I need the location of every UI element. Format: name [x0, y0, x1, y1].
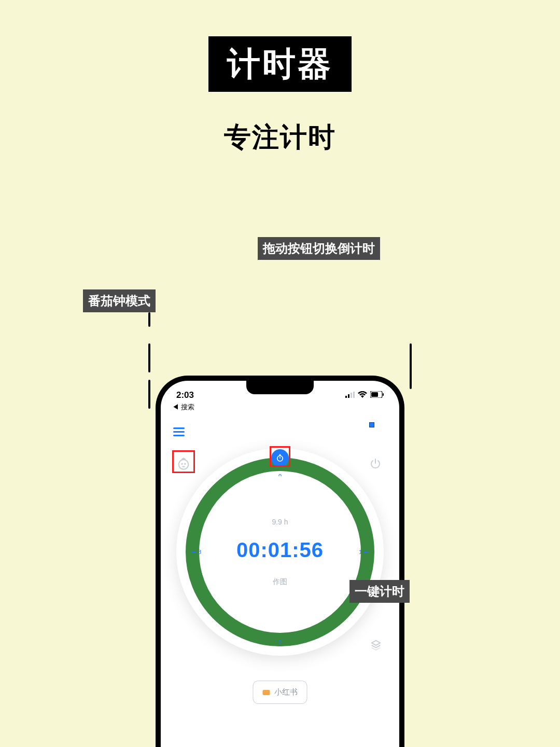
status-time: 2:03 [176, 390, 194, 400]
callout-quick-timer: 一键计时 [349, 580, 410, 603]
phone-frame: 2:03 ◀ 搜索 [156, 376, 404, 747]
mini-indicator [369, 422, 374, 427]
phone-volume-down [148, 380, 150, 409]
phone-notch [246, 381, 314, 394]
signal-icon [345, 390, 355, 400]
highlight-pomodoro [172, 450, 195, 473]
tag-chip[interactable]: 小红书 [253, 681, 307, 704]
battery-icon [370, 390, 384, 400]
dial-marker-2: 2 [278, 639, 282, 645]
svg-rect-1 [348, 394, 349, 398]
phone-power-button [410, 343, 412, 389]
timer-task-label[interactable]: 作图 [273, 577, 287, 587]
highlight-drag-knob [270, 446, 290, 467]
timer-duration-label: 9.9 h [272, 518, 288, 526]
tag-color-icon [263, 690, 270, 695]
timer-dial[interactable]: 0 1 2 3 9.9 h 00:01:56 作图 [176, 448, 384, 656]
menu-icon[interactable] [173, 427, 185, 436]
tag-label: 小红书 [274, 687, 298, 697]
svg-rect-2 [351, 393, 352, 398]
dial-marker-1: 1 [359, 549, 368, 555]
svg-rect-0 [345, 396, 347, 398]
phone-volume-up [148, 343, 150, 372]
timer-value: 00:01:56 [236, 538, 324, 562]
callout-drag-switch: 拖动按钮切换倒计时 [258, 237, 380, 260]
phone-mute-switch [148, 312, 150, 327]
svg-rect-3 [353, 392, 355, 398]
dial-marker-3: 3 [192, 549, 201, 555]
svg-rect-6 [383, 393, 384, 396]
svg-rect-5 [371, 392, 378, 397]
page-title-badge: 计时器 [208, 36, 352, 92]
wifi-icon [358, 390, 367, 400]
page-subtitle: 专注计时 [224, 119, 336, 156]
back-to-search[interactable]: ◀ 搜索 [172, 403, 194, 412]
callout-pomodoro: 番茄钟模式 [83, 289, 156, 312]
